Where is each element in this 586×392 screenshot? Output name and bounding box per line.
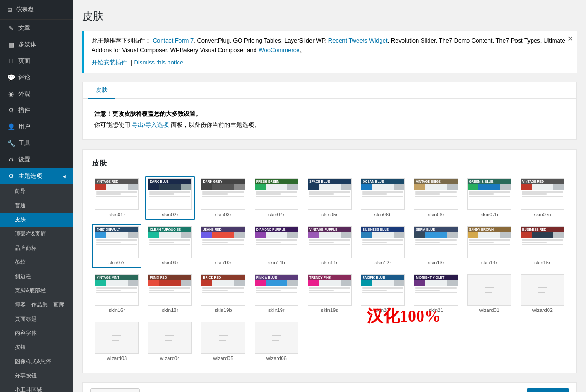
skin-item-skin04r[interactable]: FRESH GREEN skin04r [252,176,301,220]
submenu-item-share[interactable]: 分享按钮 [0,369,73,383]
skin-item-skin11r[interactable]: VINTAGE PURPLE skin11r [305,224,354,268]
skin-lines [361,190,404,199]
export-import-link[interactable]: 导出/导入选项 [132,121,169,128]
sidebar-appearance-label: 外观 [18,90,30,98]
skin-item-skin01r[interactable]: VINTAGE RED skin01r [92,176,141,220]
skin-line [415,191,456,193]
skin-colors [148,280,191,286]
skin-item-skin02r[interactable]: DARK BLUE skin02r [145,176,195,220]
submenu-item-buttons[interactable]: 按钮 [0,340,73,354]
skin-item-wizard03[interactable]: wizard03 [92,319,141,364]
skin-item-skin06r[interactable]: VINTAGE BEIGE skin06r [411,176,461,220]
recent-tweets-link[interactable]: Recent Tweets Widget [328,37,388,44]
sidebar-pages-label: 页面 [18,57,30,65]
save-options-button[interactable]: 保存选项 [527,388,569,392]
wizard-label: 向导 [15,188,26,195]
skin-item-skin09r[interactable]: CLEAN TURQUOISE skin09r [145,224,195,268]
skin-item-skin15r[interactable]: BUSINESS RED skin15r [518,224,567,268]
submenu-item-branding[interactable]: 品牌商标 [0,241,73,255]
sidebar-item-media[interactable]: ▤ 多媒体 [0,36,73,53]
skin-tag: VINTAGE RED [521,179,564,184]
skin-item-skin19b[interactable]: BRICK RED skin19b [198,272,248,316]
skin-item-wizard02[interactable]: wizard02 [518,272,567,316]
skin-line-short [202,290,227,291]
skin-lines [95,190,138,199]
submenu-item-footer[interactable]: 页脚&底部栏 [0,284,73,298]
skin-thumb: SEPIA BLUE [414,226,458,258]
skin-item-wizard04[interactable]: wizard04 [145,319,195,364]
notice-close-button[interactable]: ✕ [567,34,573,43]
skin-item-skin13r[interactable]: SEPIA BLUE skin13r [411,224,461,268]
skin-tag: PACIFIC BLUE [361,275,404,280]
skin-item-skin07c[interactable]: VINTAGE RED skin07c [518,176,567,220]
skin-item-wizard01[interactable]: wizard01 [465,272,514,316]
skin-item-skin06b[interactable]: OCEAN BLUE skin06b [358,176,407,220]
skin-thumb: JEANS RED [201,226,245,258]
skin-thumb: CLEAN TURQUOISE [148,226,192,258]
skin-item-skin03r[interactable]: DARK GREY skin03r [198,176,248,220]
skin-item-skin18r[interactable]: FENIX RED skin18r [145,272,195,316]
submenu-item-stripes[interactable]: 条纹 [0,255,73,269]
submenu-item-general[interactable]: 普通 [0,199,73,213]
skin-item-skin05r[interactable]: SPACE BLUE skin05r [305,176,354,220]
submenu-item-widgets[interactable]: 小工具区域 [0,383,73,392]
theme-options-icon: ⚙ [7,172,15,180]
skin-item-skin12r[interactable]: BUSINESS BLUE skin12r [358,224,407,268]
submenu-item-images[interactable]: 图像样式&悬停 [0,354,73,369]
skin-name: skin20r [361,307,405,313]
sidebar-item-posts[interactable]: ✎ 文章 [0,20,73,36]
skin-line [522,196,563,197]
skin-item-skin21[interactable]: MIDNIGHT VIOLET skin21 [411,272,461,316]
skin-item-skin07s[interactable]: THE7 DEFAULT skin07s [92,224,141,268]
skin-line [415,292,456,293]
contact-form-link[interactable]: Contact Form 7 [153,37,194,44]
skin-lines [468,190,511,199]
skin-thumb: MIDNIGHT VIOLET [414,274,458,306]
sidebar-item-tools[interactable]: 🔧 工具 [0,135,73,151]
install-plugins-link[interactable]: 开始安装插件 [92,59,127,66]
skin-name: skin06r [414,212,458,217]
skin-line [522,191,563,193]
sidebar-item-appearance[interactable]: ◉ 外观 [0,86,73,102]
sidebar-item-pages[interactable]: □ 页面 [0,53,73,69]
sidebar-item-users[interactable]: 👤 用户 [0,118,73,135]
skin-item-skin07b[interactable]: GREEN & BLUE skin07b [465,176,514,220]
header-label: 顶部栏&页眉 [15,230,46,238]
sidebar-logo[interactable]: ⊞ 仪表盘 [0,0,73,20]
skin-thumb: VINTAGE RED [521,178,564,210]
submenu-item-skin[interactable]: 皮肤 [0,213,73,227]
skin-item-skin19r[interactable]: PINK & BLUE skin19r [252,272,301,316]
sidebar-item-settings[interactable]: ⚙ 设置 [0,151,73,168]
submenu-item-sidebar[interactable]: 侧边栏 [0,269,73,284]
skin-line-short [362,242,387,243]
skin-colors [148,232,191,238]
submenu-item-page-title[interactable]: 页面标题 [0,312,73,326]
tab-skin[interactable]: 皮肤 [88,82,115,99]
tab-bar: 皮肤 注意！更改皮肤将覆盖您的大多数设置。 你可能想使用 导出/导入选项 面板，… [82,82,577,140]
skin-item-skin19s[interactable]: TRENDY PINK skin19s [305,272,354,316]
skin-item-skin20r[interactable]: PACIFIC BLUE skin20r [358,272,407,316]
skin-item-wizard06[interactable]: wizard06 [252,319,301,364]
woocommerce-link[interactable]: WooCommerce [258,47,299,54]
skin-item-skin10r[interactable]: JEANS RED skin10r [198,224,248,268]
skin-thumb: VINTAGE RED [95,178,139,210]
submenu-item-wizard[interactable]: 向导 [0,184,73,199]
dismiss-notice-link[interactable]: Dismiss this notice [134,59,184,66]
sidebar-item-plugins[interactable]: ⚙ 插件 [0,102,73,118]
skin-item-skin11b[interactable]: DIAMOND PURPLE skin11b [252,224,301,268]
submenu-item-header[interactable]: 顶部栏&页眉 [0,227,73,241]
skin-colors [308,232,351,238]
skin-item-skin14r[interactable]: SANDY BROWN skin14r [465,224,514,268]
sidebar-item-theme-options[interactable]: ⚙ 主题选项 ◀ [0,168,73,184]
skin-thumb: DARK BLUE [148,178,192,210]
restore-defaults-button[interactable]: 恢复默认设置 [90,388,140,392]
bottom-bar: 恢复默认设置 保存选项 [82,382,577,392]
submenu-item-blog[interactable]: 博客、作品集、画廊 [0,298,73,312]
skin-item-skin16r[interactable]: VINTAGE MINT skin16r [92,272,141,316]
skin-item-wizard05[interactable]: wizard05 [198,319,248,364]
typography-label: 内容字体 [15,329,37,337]
plugins-icon: ⚙ [7,107,15,114]
submenu-item-typography[interactable]: 内容字体 [0,326,73,340]
sidebar-item-comments[interactable]: 💬 评论 [0,69,73,86]
skin-tag: FRESH GREEN [255,179,298,184]
